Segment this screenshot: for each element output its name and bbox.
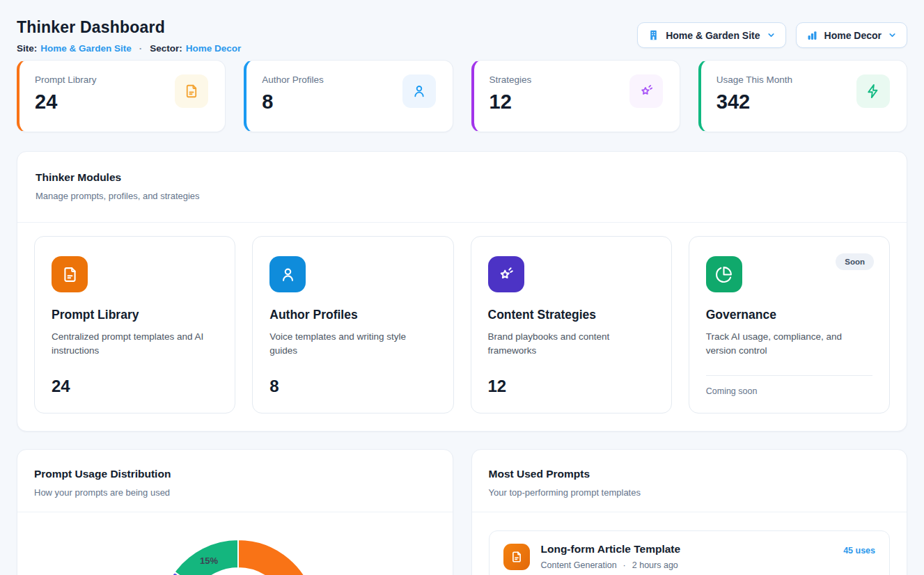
prompt-item-uses-badge: 45 uses: [843, 546, 875, 556]
stat-label: Prompt Library: [35, 74, 97, 85]
building-icon: [648, 29, 659, 41]
site-selector-label: Home & Garden Site: [666, 30, 760, 41]
module-title: Governance: [706, 308, 872, 322]
user-icon: [269, 256, 306, 292]
zap-icon: [856, 74, 890, 108]
usage-card-header: Prompt Usage Distribution How your promp…: [17, 450, 453, 512]
prompt-item-time: 2 hours ago: [632, 560, 678, 570]
stat-card-strategies: Strategies 12: [471, 60, 680, 132]
module-card-author-profiles[interactable]: Author Profiles Voice templates and writ…: [252, 236, 453, 413]
stats-row: Prompt Library 24 Author Profiles 8 Stra…: [17, 60, 907, 132]
meta-separator: ·: [623, 560, 626, 570]
prompts-card-title: Most Used Prompts: [489, 468, 891, 480]
module-card-governance[interactable]: Soon Governance Track AI usage, complian…: [689, 236, 890, 413]
prompt-item-category: Content Generation: [541, 560, 617, 570]
stat-label: Usage This Month: [717, 74, 792, 85]
site-selector-dropdown[interactable]: Home & Garden Site: [637, 22, 785, 48]
stat-info: Usage This Month 342: [717, 74, 792, 118]
stat-card-author-profiles: Author Profiles 8: [244, 60, 453, 132]
pie-chart-icon: [706, 256, 742, 292]
prompts-card-header: Most Used Prompts Your top-performing pr…: [472, 450, 907, 512]
bar-chart-icon: [806, 29, 818, 41]
module-description: Centralized prompt templates and AI inst…: [52, 330, 215, 359]
user-icon: [402, 74, 436, 108]
sector-label: Sector:: [150, 43, 182, 54]
prompt-list: Long-form Article Template Content Gener…: [472, 512, 907, 575]
usage-donut-svg[interactable]: 15%: [155, 535, 322, 575]
stat-label: Strategies: [490, 74, 532, 85]
thinker-modules-panel: Thinker Modules Manage prompts, profiles…: [17, 151, 907, 432]
stat-value: 24: [35, 90, 97, 113]
file-text-icon: [52, 256, 88, 292]
prompts-card-subtitle: Your top-performing prompt templates: [489, 487, 891, 498]
header-left: Thinker Dashboard Site: Home & Garden Si…: [17, 18, 241, 54]
bottom-row: Prompt Usage Distribution How your promp…: [17, 449, 907, 575]
module-title: Author Profiles: [269, 308, 436, 322]
stat-value: 12: [490, 90, 532, 113]
panel-subtitle: Manage prompts, profiles, and strategies: [36, 191, 888, 201]
file-text-icon: [503, 544, 530, 570]
module-count: 12: [488, 377, 655, 396]
stat-info: Strategies 12: [490, 74, 532, 118]
module-count: 24: [52, 377, 218, 396]
dashboard-page: Thinker Dashboard Site: Home & Garden Si…: [0, 0, 924, 575]
stat-value: 8: [262, 90, 324, 113]
module-title: Content Strategies: [488, 308, 655, 322]
header-actions: Home & Garden Site Home Decor: [637, 22, 907, 48]
prompt-list-item[interactable]: Long-form Article Template Content Gener…: [489, 530, 891, 575]
panel-header: Thinker Modules Manage prompts, profiles…: [17, 152, 907, 223]
file-text-icon: [175, 74, 208, 108]
donut-segment[interactable]: [238, 539, 317, 575]
star-sparkle-icon: [488, 256, 524, 292]
page-title: Thinker Dashboard: [17, 18, 241, 37]
prompt-item-body: Long-form Article Template Content Gener…: [541, 543, 833, 570]
stat-card-prompt-library: Prompt Library 24: [17, 60, 226, 132]
donut-segment-label: 15%: [200, 556, 218, 566]
modules-grid: Prompt Library Centralized prompt templa…: [17, 223, 907, 431]
sector-selector-label: Home Decor: [824, 30, 882, 41]
panel-title: Thinker Modules: [36, 171, 888, 184]
star-sparkle-icon: [629, 74, 663, 108]
breadcrumb-separator: ·: [139, 43, 143, 54]
sector-link[interactable]: Home Decor: [186, 43, 242, 54]
stat-label: Author Profiles: [262, 74, 324, 85]
usage-donut-chart[interactable]: 15%: [17, 512, 453, 575]
module-title: Prompt Library: [52, 308, 218, 322]
prompt-item-title: Long-form Article Template: [541, 543, 833, 556]
sector-selector-dropdown[interactable]: Home Decor: [796, 22, 907, 48]
stat-info: Author Profiles 8: [262, 74, 324, 118]
header: Thinker Dashboard Site: Home & Garden Si…: [17, 18, 907, 54]
usage-card-title: Prompt Usage Distribution: [34, 468, 436, 480]
soon-badge: Soon: [836, 253, 874, 270]
module-description: Voice templates and writing style guides: [269, 330, 433, 359]
module-card-prompt-library[interactable]: Prompt Library Centralized prompt templa…: [34, 236, 235, 413]
site-link[interactable]: Home & Garden Site: [40, 43, 132, 54]
module-description: Track AI usage, compliance, and version …: [706, 330, 870, 359]
chevron-down-icon: [767, 31, 776, 40]
usage-card-subtitle: How your prompts are being used: [34, 487, 436, 498]
prompt-usage-card: Prompt Usage Distribution How your promp…: [17, 449, 453, 575]
stat-value: 342: [717, 90, 792, 113]
module-description: Brand playbooks and content frameworks: [488, 330, 652, 359]
coming-soon-text: Coming soon: [706, 375, 872, 396]
most-used-prompts-card: Most Used Prompts Your top-performing pr…: [471, 449, 908, 575]
site-label: Site:: [17, 43, 37, 54]
stat-card-usage: Usage This Month 342: [698, 60, 907, 132]
stat-info: Prompt Library 24: [35, 74, 97, 118]
module-card-content-strategies[interactable]: Content Strategies Brand playbooks and c…: [471, 236, 672, 413]
module-count: 8: [269, 377, 436, 396]
prompt-item-meta: Content Generation · 2 hours ago: [541, 560, 833, 570]
site-sector-breadcrumb: Site: Home & Garden Site · Sector: Home …: [17, 43, 241, 54]
chevron-down-icon: [888, 31, 897, 40]
